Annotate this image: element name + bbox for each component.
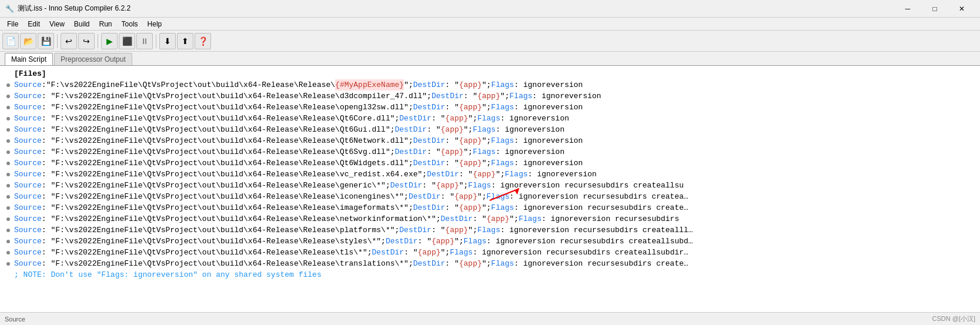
tab-preprocessor-output[interactable]: Preprocessor Output: [54, 53, 132, 65]
line-11: Source: "F:\vs2022EngineFile\QtVsProject…: [5, 191, 980, 202]
line-9: Source: "F:\vs2022EngineFile\QtVsProject…: [5, 169, 980, 180]
tab-main-script[interactable]: Main Script: [5, 53, 53, 65]
toolbar-sep3: [156, 34, 156, 48]
toolbar: 📄 📂 💾 ↩ ↪ ▶ ⬛ ⏸ ⬇ ⬆ ❓: [0, 31, 980, 52]
toolbar-stop[interactable]: ⬛: [119, 33, 135, 49]
line-14: Source: "F:\vs2022EngineFile\QtVsProject…: [5, 225, 980, 236]
line-12: Source: "F:\vs2022EngineFile\QtVsProject…: [5, 202, 980, 213]
line-comment: ; NOTE: Don't use "Flags: ignoreversion"…: [5, 269, 980, 280]
toolbar-undo[interactable]: ↩: [61, 33, 77, 49]
status-author: CSDN @[小汉]: [932, 314, 975, 323]
menu-bar: File Edit View Build Run Tools Help: [0, 18, 980, 31]
tabs-bar: Main Script Preprocessor Output: [0, 52, 980, 66]
line-4: Source: "F:\vs2022EngineFile\QtVsProject…: [5, 113, 980, 124]
window-controls: ─ □ ✕: [894, 0, 975, 18]
minimize-button[interactable]: ─: [894, 0, 921, 18]
menu-file[interactable]: File: [2, 19, 23, 29]
close-button[interactable]: ✕: [948, 0, 975, 18]
menu-tools[interactable]: Tools: [117, 19, 143, 29]
maximize-button[interactable]: □: [921, 0, 948, 18]
editor-area[interactable]: [Files] Source: "F:\vs2022EngineFile\QtV…: [0, 66, 980, 312]
line-6: Source: "F:\vs2022EngineFile\QtVsProject…: [5, 135, 980, 146]
editor-content: [Files] Source: "F:\vs2022EngineFile\QtV…: [0, 66, 980, 312]
line-3: Source: "F:\vs2022EngineFile\QtVsProject…: [5, 102, 980, 113]
line-section: [Files]: [5, 68, 980, 79]
window-title: 测试.iss - Inno Setup Compiler 6.2.2: [18, 4, 894, 14]
line-5: Source: "F:\vs2022EngineFile\QtVsProject…: [5, 124, 980, 135]
menu-build[interactable]: Build: [69, 19, 95, 29]
menu-run[interactable]: Run: [95, 19, 117, 29]
line-16: Source: "F:\vs2022EngineFile\QtVsProject…: [5, 247, 980, 258]
menu-view[interactable]: View: [45, 19, 69, 29]
line-15: Source: "F:\vs2022EngineFile\QtVsProject…: [5, 236, 980, 247]
status-bar: Source CSDN @[小汉]: [0, 312, 980, 325]
line-2: Source: "F:\vs2022EngineFile\QtVsProject…: [5, 91, 980, 102]
status-source: Source: [5, 316, 25, 323]
toolbar-sep2: [98, 34, 98, 48]
toolbar-open[interactable]: 📂: [20, 33, 36, 49]
toolbar-export[interactable]: ⬇: [159, 33, 176, 49]
title-bar: 🔧 测试.iss - Inno Setup Compiler 6.2.2 ─ □…: [0, 0, 980, 18]
toolbar-import[interactable]: ⬆: [177, 33, 193, 49]
menu-edit[interactable]: Edit: [23, 19, 45, 29]
line-13: Source: "F:\vs2022EngineFile\QtVsProject…: [5, 213, 980, 225]
line-8: Source: "F:\vs2022EngineFile\QtVsProject…: [5, 158, 980, 169]
toolbar-redo[interactable]: ↪: [78, 33, 95, 49]
toolbar-new[interactable]: 📄: [2, 33, 19, 49]
menu-help[interactable]: Help: [143, 19, 167, 29]
line-17: Source: "F:\vs2022EngineFile\QtVsProject…: [5, 258, 980, 269]
line-10: Source: "F:\vs2022EngineFile\QtVsProject…: [5, 180, 980, 191]
toolbar-save[interactable]: 💾: [38, 33, 54, 49]
toolbar-sep1: [57, 34, 58, 48]
toolbar-help[interactable]: ❓: [195, 33, 211, 49]
app-icon: 🔧: [5, 4, 14, 14]
line-7: Source: "F:\vs2022EngineFile\QtVsProject…: [5, 146, 980, 158]
toolbar-run[interactable]: ▶: [101, 33, 118, 49]
line-1: Source: "F:\vs2022EngineFile\QtVsProject…: [5, 79, 980, 91]
toolbar-pause[interactable]: ⏸: [136, 33, 153, 49]
